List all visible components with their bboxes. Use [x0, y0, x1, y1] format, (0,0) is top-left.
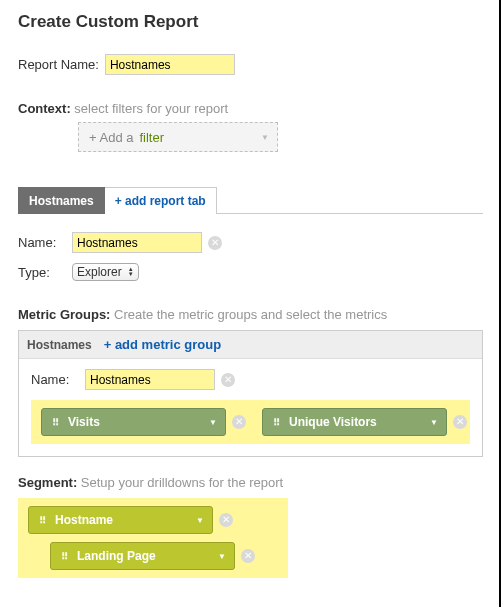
grip-icon: ⠿: [39, 515, 47, 526]
tab-type-value: Explorer: [77, 265, 122, 279]
metric-pill-unique-visitors[interactable]: ⠿ Unique Visitors ▼: [262, 408, 447, 436]
remove-tab-name-icon[interactable]: ✕: [208, 236, 222, 250]
grip-icon: ⠿: [61, 551, 69, 562]
dimension-pill-hostname[interactable]: ⠿ Hostname ▼: [28, 506, 213, 534]
chevron-down-icon: ▼: [218, 552, 226, 561]
metric-groups-label: Metric Groups:: [18, 307, 110, 322]
metrics-row: ⠿ Visits ▼ ✕ ⠿ Unique Visitors ▼ ✕: [31, 400, 470, 444]
dimension-label: Landing Page: [77, 549, 156, 563]
tab-name-label: Name:: [18, 235, 66, 250]
metric-group-tab[interactable]: Hostnames: [27, 338, 92, 352]
dimension-label: Hostname: [55, 513, 113, 527]
add-report-tab[interactable]: + add report tab: [105, 187, 217, 214]
chevron-down-icon: ▼: [209, 418, 217, 427]
segment-block: ⠿ Hostname ▼ ✕ ⠿ Landing Page ▼ ✕: [18, 498, 288, 578]
segment-label: Segment:: [18, 475, 77, 490]
grip-icon: ⠿: [52, 417, 60, 428]
metric-groups-hint: Create the metric groups and select the …: [114, 307, 387, 322]
metric-label: Visits: [68, 415, 100, 429]
add-filter-button[interactable]: + Add a filter ▼: [78, 122, 278, 152]
chevron-down-icon: ▼: [196, 516, 204, 525]
tab-type-select[interactable]: Explorer ▲▼: [72, 263, 139, 281]
segment-hint: Setup your drilldowns for the report: [81, 475, 283, 490]
remove-metric-icon[interactable]: ✕: [453, 415, 467, 429]
page-title: Create Custom Report: [18, 12, 483, 32]
metric-group-box: Hostnames + add metric group Name: ✕ ⠿ V…: [18, 330, 483, 457]
remove-dimension-icon[interactable]: ✕: [219, 513, 233, 527]
plus-icon: + Add a: [89, 130, 133, 145]
select-arrows-icon: ▲▼: [128, 267, 134, 277]
chevron-down-icon: ▼: [430, 418, 438, 427]
metric-label: Unique Visitors: [289, 415, 377, 429]
remove-metric-group-icon[interactable]: ✕: [221, 373, 235, 387]
metric-group-name-label: Name:: [31, 372, 79, 387]
add-filter-text: filter: [139, 130, 164, 145]
metric-pill-visits[interactable]: ⠿ Visits ▼: [41, 408, 226, 436]
segment-section: Segment: Setup your drilldowns for the r…: [18, 475, 483, 578]
tab-name-input[interactable]: [72, 232, 202, 253]
metric-group-name-input[interactable]: [85, 369, 215, 390]
grip-icon: ⠿: [273, 417, 281, 428]
add-metric-group-link[interactable]: + add metric group: [104, 337, 221, 352]
remove-dimension-icon[interactable]: ✕: [241, 549, 255, 563]
context-label: Context:: [18, 101, 71, 116]
report-name-row: Report Name:: [18, 54, 483, 75]
tab-type-label: Type:: [18, 265, 66, 280]
tab-hostnames[interactable]: Hostnames: [18, 187, 105, 214]
report-tabs: Hostnames + add report tab: [18, 186, 483, 214]
context-section: Context: select filters for your report …: [18, 101, 483, 152]
dimension-pill-landing-page[interactable]: ⠿ Landing Page ▼: [50, 542, 235, 570]
tab-name-row: Name: ✕: [18, 232, 483, 253]
context-hint: select filters for your report: [74, 101, 228, 116]
chevron-down-icon: ▼: [261, 133, 269, 142]
report-name-label: Report Name:: [18, 57, 99, 72]
tab-type-row: Type: Explorer ▲▼: [18, 263, 483, 281]
report-name-input[interactable]: [105, 54, 235, 75]
metric-groups-section: Metric Groups: Create the metric groups …: [18, 307, 483, 457]
remove-metric-icon[interactable]: ✕: [232, 415, 246, 429]
